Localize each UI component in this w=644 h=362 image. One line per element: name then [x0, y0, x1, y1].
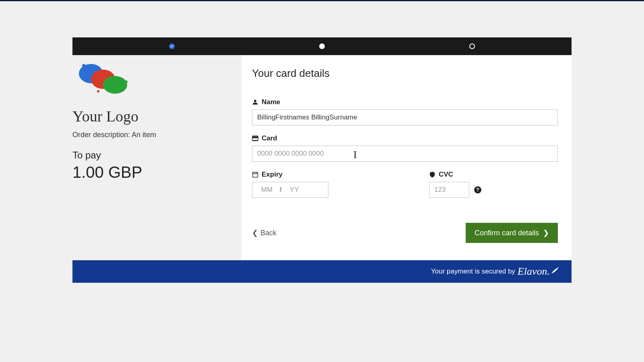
expiry-group: /: [252, 182, 328, 198]
expiry-year-input[interactable]: [283, 186, 305, 194]
svg-point-4: [97, 90, 99, 93]
cvc-help-icon[interactable]: ?: [474, 186, 481, 193]
progress-step-2: [319, 43, 325, 49]
to-pay-amount: 1.00 GBP: [72, 163, 233, 181]
to-pay-label: To pay: [72, 150, 233, 161]
card-number-input[interactable]: [252, 146, 558, 162]
footer-secured-text: Your payment is secured by: [431, 267, 515, 276]
expiry-month-input[interactable]: [256, 186, 278, 194]
brand-swoosh-icon: [551, 266, 559, 275]
progress-step-1: [169, 43, 175, 49]
card-form-title: Your card details: [252, 67, 558, 80]
cvc-input[interactable]: [429, 182, 469, 198]
confirm-card-details-button[interactable]: Confirm card details ❯: [466, 223, 558, 243]
progress-bar: [72, 37, 572, 55]
expiry-separator: /: [278, 186, 283, 193]
person-icon: [252, 99, 258, 105]
card-form-panel: Your card details Name Card I Expiry: [242, 55, 572, 260]
order-description: Order description: An item: [72, 131, 233, 139]
svg-point-5: [125, 80, 128, 83]
expiry-label: Expiry: [252, 171, 409, 179]
footer: Your payment is secured by Elavon.: [72, 260, 572, 283]
shield-icon: [429, 171, 436, 178]
calendar-icon: [252, 171, 258, 178]
check-icon: [170, 44, 174, 48]
card-label: Card: [252, 134, 558, 142]
progress-step-3: [469, 43, 475, 49]
merchant-logo: [76, 60, 233, 102]
svg-rect-6: [252, 137, 258, 138]
cvc-label: CVC: [429, 171, 481, 179]
order-summary-panel: Your Logo Order description: An item To …: [72, 55, 242, 260]
credit-card-icon: [252, 135, 258, 142]
payment-page: Your Logo Order description: An item To …: [72, 37, 572, 283]
footer-brand: Elavon.: [518, 265, 559, 278]
chevron-right-icon: ❯: [543, 228, 549, 237]
logo-text: Your Logo: [72, 107, 233, 125]
svg-point-3: [82, 64, 85, 67]
chevron-left-icon: ❮: [252, 228, 258, 237]
back-button[interactable]: ❮ Back: [252, 228, 277, 237]
svg-point-2: [103, 76, 127, 94]
content-area: Your Logo Order description: An item To …: [72, 55, 572, 260]
name-label: Name: [252, 98, 558, 106]
cardholder-name-input[interactable]: [252, 109, 558, 125]
svg-rect-7: [253, 173, 258, 177]
